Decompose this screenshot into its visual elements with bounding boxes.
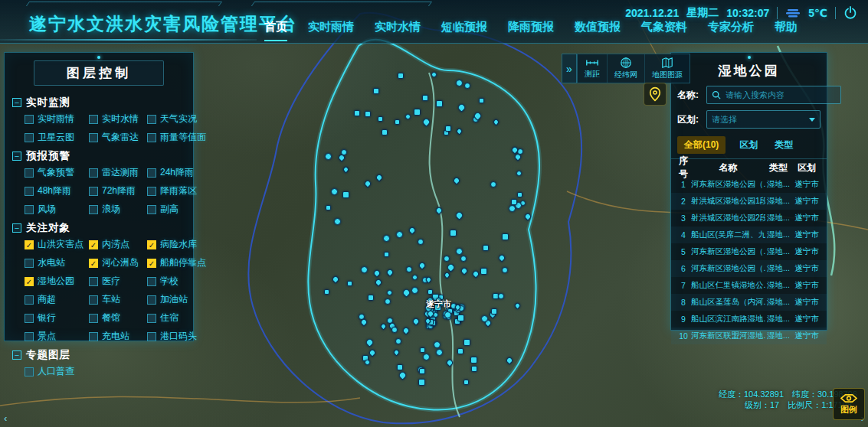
map-marker[interactable]: [342, 191, 349, 198]
nav-item[interactable]: 实时雨情: [308, 20, 354, 41]
map-marker[interactable]: [502, 233, 509, 240]
map-marker[interactable]: [438, 301, 444, 306]
power-icon[interactable]: [843, 6, 857, 20]
checkbox[interactable]: ✓: [147, 240, 156, 249]
layer-checkbox-item[interactable]: 风场: [25, 203, 89, 216]
layer-checkbox-item[interactable]: ✓山洪灾害点: [25, 238, 89, 251]
map-marker[interactable]: [391, 327, 398, 333]
locate-pin-button[interactable]: [644, 83, 667, 106]
layer-checkbox-item[interactable]: 降雨落区: [147, 184, 199, 197]
layer-checkbox-item[interactable]: 加油站: [147, 293, 199, 306]
map-marker[interactable]: [463, 380, 469, 385]
nav-item[interactable]: 短临预报: [441, 20, 487, 41]
nav-item[interactable]: 数值预报: [575, 20, 621, 41]
toolbar-button[interactable]: 测距: [578, 54, 608, 83]
map-marker[interactable]: [385, 298, 391, 305]
checkbox[interactable]: [147, 332, 156, 341]
layer-section-header[interactable]: −专题图层: [12, 348, 185, 362]
checkbox[interactable]: [147, 187, 156, 196]
map-marker[interactable]: [464, 83, 470, 89]
checkbox[interactable]: [25, 314, 34, 323]
map-marker[interactable]: [411, 287, 418, 294]
checkbox[interactable]: [147, 277, 156, 286]
toolbar-button[interactable]: 地图图源: [645, 54, 689, 83]
checkbox[interactable]: [89, 133, 98, 142]
table-row[interactable]: 7船山区仁里镇湿地公...湿地...遂宁市: [671, 277, 827, 294]
nav-item[interactable]: 降雨预报: [508, 20, 554, 41]
table-row[interactable]: 9船山区滨江南路湿地...湿地...遂宁市: [671, 311, 827, 328]
map-marker[interactable]: [418, 239, 424, 245]
table-row[interactable]: 4船山区(吴席二洲、九...湿地...遂宁市: [671, 227, 827, 243]
checkbox[interactable]: [25, 332, 34, 341]
checkbox[interactable]: [89, 115, 98, 124]
map-marker[interactable]: [387, 290, 392, 295]
table-row[interactable]: 1河东新区湿地公园（...湿地...遂宁市: [671, 176, 827, 193]
map-marker[interactable]: [326, 205, 331, 210]
map-marker[interactable]: [397, 364, 403, 370]
table-row[interactable]: 2射洪城区湿地公园1段湿地...遂宁市: [671, 193, 827, 210]
map-marker[interactable]: [436, 349, 443, 356]
checkbox[interactable]: [25, 168, 34, 178]
map-marker[interactable]: [382, 129, 388, 135]
map-marker[interactable]: [463, 339, 470, 346]
map-marker[interactable]: [378, 116, 383, 122]
map-marker[interactable]: [444, 256, 450, 262]
map-marker[interactable]: [479, 98, 484, 103]
layer-checkbox-item[interactable]: 24h降雨: [147, 166, 199, 179]
map-marker[interactable]: [395, 119, 400, 125]
map-marker[interactable]: [365, 111, 371, 117]
map-marker[interactable]: [418, 379, 425, 386]
map-marker[interactable]: [412, 275, 418, 280]
checkbox[interactable]: ✓: [147, 259, 156, 268]
map-marker[interactable]: [361, 266, 368, 273]
checkbox[interactable]: ✓: [25, 277, 34, 286]
checkbox[interactable]: [147, 314, 156, 323]
layer-section-header[interactable]: −实时监测: [12, 96, 185, 109]
map-marker[interactable]: [406, 266, 412, 272]
layer-checkbox-item[interactable]: 副高: [147, 203, 199, 216]
nav-item[interactable]: 实时水情: [375, 20, 421, 41]
map-marker[interactable]: [502, 267, 508, 273]
layer-checkbox-item[interactable]: 浪场: [89, 203, 147, 216]
checkbox[interactable]: [89, 277, 98, 286]
map-marker[interactable]: [470, 357, 477, 363]
wetland-tab[interactable]: 全部(10): [677, 136, 726, 154]
layer-checkbox-item[interactable]: 人口普查: [25, 365, 89, 378]
layer-checkbox-item[interactable]: 实时水情: [89, 112, 147, 125]
checkbox[interactable]: [147, 115, 156, 124]
table-row[interactable]: 5河东新区湿地公园（...湿地...遂宁市: [671, 243, 827, 260]
layer-checkbox-item[interactable]: ✓河心洲岛: [89, 256, 147, 269]
map-marker[interactable]: [516, 171, 522, 176]
checkbox[interactable]: [89, 168, 98, 178]
nav-item[interactable]: 首页: [264, 20, 287, 41]
map-marker[interactable]: [511, 199, 517, 205]
checkbox[interactable]: [147, 133, 156, 142]
layer-checkbox-item[interactable]: 商超: [25, 293, 89, 306]
map-marker[interactable]: [483, 245, 489, 251]
map-marker[interactable]: [436, 100, 443, 107]
checkbox[interactable]: [147, 168, 156, 178]
layer-checkbox-item[interactable]: 气象雷达: [89, 131, 147, 144]
legend-prev-arrow[interactable]: ‹: [4, 412, 7, 424]
map-marker[interactable]: [395, 338, 401, 344]
layer-checkbox-item[interactable]: 银行: [25, 311, 89, 324]
toolbar-collapse-button[interactable]: »: [562, 54, 577, 83]
map-marker[interactable]: [456, 80, 463, 86]
checkbox[interactable]: [147, 295, 156, 305]
map-marker[interactable]: [431, 72, 437, 77]
collapse-section-icon[interactable]: −: [12, 350, 21, 360]
map-marker[interactable]: [341, 149, 347, 155]
map-marker[interactable]: [457, 315, 464, 321]
map-marker[interactable]: [420, 347, 425, 353]
layer-checkbox-item[interactable]: 卫星云图: [25, 131, 89, 144]
map-marker[interactable]: [491, 308, 497, 315]
checkbox[interactable]: [89, 205, 98, 214]
layer-checkbox-item[interactable]: 72h降雨: [89, 184, 147, 197]
layer-checkbox-item[interactable]: 天气实况: [147, 112, 199, 125]
nav-item[interactable]: 气象资料: [641, 20, 687, 41]
map-marker[interactable]: [450, 230, 457, 236]
layer-checkbox-item[interactable]: 气象预警: [25, 166, 89, 179]
map-marker[interactable]: [325, 153, 332, 160]
checkbox[interactable]: [25, 133, 34, 142]
map-marker[interactable]: [422, 95, 428, 101]
